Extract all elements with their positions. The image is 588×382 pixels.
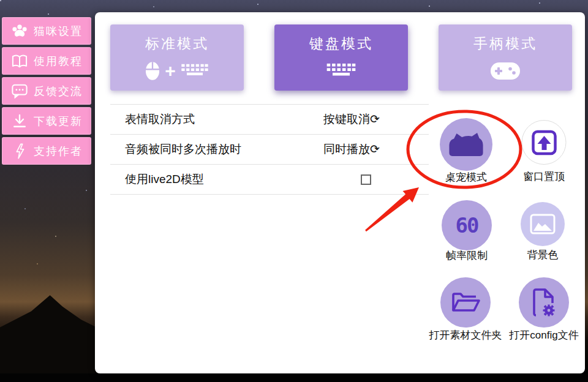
desktop-pet-mode-button[interactable]: [440, 118, 492, 171]
sidebar-item-label: 下载更新: [34, 114, 83, 129]
open-config-file-button[interactable]: [519, 277, 569, 328]
tool-label: 窗口置顶: [498, 170, 588, 184]
mode-tab-label: 标准模式: [145, 34, 209, 53]
tool-open-config-file: 打开config文件: [498, 277, 588, 342]
setting-label: 使用live2D模型: [125, 171, 204, 187]
book-icon: [12, 53, 28, 69]
mode-tab-keyboard[interactable]: 键盘模式: [274, 24, 408, 91]
sidebar-item-support[interactable]: 支持作者: [2, 137, 91, 165]
config-file-icon: [532, 288, 556, 316]
sidebar-item-label: 反馈交流: [34, 84, 83, 99]
background-color-button[interactable]: [521, 202, 565, 246]
folder-icon: [451, 290, 480, 315]
mountain-silhouette: [0, 288, 104, 382]
fps-limit-button[interactable]: 60: [442, 200, 492, 250]
setting-row-audio-overlap: 音频被同时多次播放时 同时播放⟳: [110, 135, 429, 165]
setting-label: 表情取消方式: [125, 111, 195, 127]
pin-top-icon: [530, 129, 557, 156]
mode-tab-standard[interactable]: 标准模式 +: [110, 24, 244, 91]
tool-window-on-top: 窗口置顶: [498, 120, 588, 184]
cycle-icon: ⟳: [370, 113, 380, 125]
tool-background-color: 背景色: [497, 202, 588, 262]
fps-value: 60: [456, 213, 478, 238]
mouse-plus-keyboard-icon: +: [145, 61, 209, 81]
settings-panel: 标准模式 + 键盘模式 手柄模式: [95, 12, 585, 373]
setting-row-live2d: 使用live2D模型: [110, 165, 429, 195]
cycle-icon: ⟳: [370, 143, 380, 155]
mode-tab-label: 手柄模式: [473, 34, 537, 53]
sidebar-item-label: 使用教程: [34, 54, 83, 69]
mode-tab-gamepad[interactable]: 手柄模式: [439, 24, 572, 91]
tool-label: 打开config文件: [498, 328, 588, 342]
sidebar-item-label: 支持作者: [34, 144, 83, 159]
tool-label: 背景色: [497, 248, 588, 262]
live2d-checkbox[interactable]: [361, 174, 371, 185]
window-on-top-button[interactable]: [522, 120, 567, 165]
image-icon: [530, 214, 556, 234]
setting-row-expression-cancel: 表情取消方式 按键取消⟳: [110, 105, 429, 135]
download-icon: [12, 113, 28, 129]
paw-icon: [12, 23, 28, 39]
mode-tab-label: 键盘模式: [309, 34, 373, 53]
sidebar: 猫咪设置 使用教程 反馈交流 下载更新 支: [2, 17, 91, 167]
stars-decoration: [0, 0, 1, 1]
sidebar-item-cat-settings[interactable]: 猫咪设置: [2, 17, 91, 45]
setting-value-cycler[interactable]: 同时播放⟳: [323, 141, 380, 157]
keyboard-icon: [325, 61, 357, 81]
setting-label: 音频被同时多次播放时: [125, 141, 241, 157]
sidebar-item-tutorial[interactable]: 使用教程: [2, 47, 91, 75]
sidebar-item-update[interactable]: 下载更新: [2, 107, 91, 135]
settings-list: 表情取消方式 按键取消⟳ 音频被同时多次播放时 同时播放⟳ 使用live2D模型: [110, 104, 429, 195]
sidebar-item-feedback[interactable]: 反馈交流: [2, 77, 91, 105]
cat-icon: [447, 132, 485, 157]
sidebar-item-label: 猫咪设置: [34, 24, 83, 39]
setting-value-cycler[interactable]: 按键取消⟳: [323, 111, 380, 127]
lightning-icon: [12, 143, 28, 159]
bottom-black-bar: [0, 373, 588, 382]
gamepad-icon: [490, 61, 521, 81]
chat-icon: [12, 83, 28, 99]
open-assets-folder-button[interactable]: [440, 277, 491, 328]
